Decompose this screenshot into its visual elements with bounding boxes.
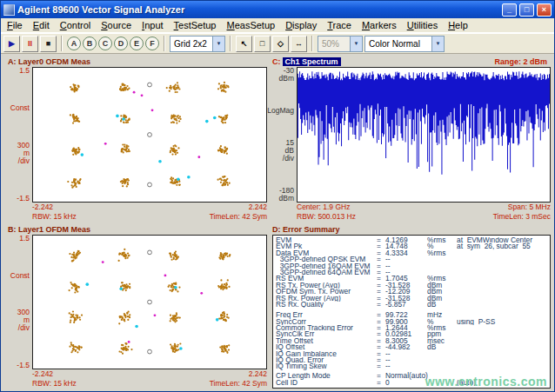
error-summary-body[interactable]: EVM=4.1269%rmsat EVMWindow CenterEVM Pk=… xyxy=(272,235,551,389)
panel-c-y-axis-labels: -30 dBm LogMag 15 dB /div -180 dBm xyxy=(271,67,297,203)
menu-bar: FileEditControlSourceInputTestSetupMeasS… xyxy=(1,18,554,33)
x-min-label: -2.242 xyxy=(32,369,53,379)
panel-d-title[interactable]: D: Error Summary xyxy=(271,224,551,235)
measurement-area: A: Layer0 OFDM Meas 1.5 Const 300 m /div… xyxy=(1,54,554,391)
grid-layout-value: Grid 2x2 xyxy=(174,39,207,49)
y-axis-name: Const xyxy=(10,272,30,280)
error-summary-row: Freq Err=99.722mHz xyxy=(276,312,547,318)
trace-c-button[interactable]: C xyxy=(98,37,112,50)
panel-b-title[interactable]: B: Layer1 OFDM Meas xyxy=(6,224,267,235)
menu-item-edit[interactable]: Edit xyxy=(28,19,55,31)
menu-item-markers[interactable]: Markers xyxy=(357,19,402,31)
panel-c-footer: Center: 1.9 GHz Span: 5 MHz RBW: 500.013… xyxy=(297,203,551,222)
menu-item-control[interactable]: Control xyxy=(55,19,96,31)
title-bar[interactable]: Agilent 89600 Vector Signal Analyzer _ □… xyxy=(1,1,554,18)
error-summary-row: RS Rx. Quality=-5.857dB xyxy=(276,302,547,308)
maximize-button[interactable]: □ xyxy=(519,3,534,17)
toolbar-separator xyxy=(61,36,63,51)
menu-item-source[interactable]: Source xyxy=(96,19,137,31)
error-summary-row: Common Tracking Error=1.2644%rms xyxy=(276,325,547,331)
menu-item-testsetup[interactable]: TestSetup xyxy=(169,19,222,31)
spectrum-plot-area[interactable] xyxy=(297,67,551,203)
panel-a: A: Layer0 OFDM Meas 1.5 Const 300 m /div… xyxy=(6,56,267,222)
panel-b: B: Layer1 OFDM Meas 1.5 Const 300 m /div… xyxy=(6,224,267,389)
error-summary-row: IQ Offset=-44.982dB xyxy=(276,344,547,350)
panel-c-title[interactable]: C: Ch1 Spectrum Range: 2 dBm xyxy=(271,56,551,67)
x-max-label: 2.242 xyxy=(249,369,267,379)
error-summary-row: IQ Gain Imbalance=-- xyxy=(276,351,547,357)
timelen-label: TimeLen: 42 Sym xyxy=(210,379,267,389)
trace-b-button[interactable]: B xyxy=(83,37,97,50)
rbw-label: RBW: 500.013 Hz xyxy=(297,212,356,222)
chevron-down-icon: ▼ xyxy=(431,37,444,51)
panel-c-letter: C: xyxy=(272,57,281,66)
chevron-down-icon: ▼ xyxy=(212,37,224,51)
y-scale-label: 300 m /div xyxy=(17,309,30,332)
pointer-tool-button[interactable]: ↖ xyxy=(236,36,252,52)
menu-item-display[interactable]: Display xyxy=(280,19,322,31)
trace-f-button[interactable]: F xyxy=(145,37,159,50)
y-min-label: -1.5 xyxy=(17,362,30,369)
restart-button[interactable]: ▶ xyxy=(3,36,20,52)
y-max-label: -30 dBm xyxy=(279,67,294,83)
grid-layout-select[interactable]: Grid 2x2 ▼ xyxy=(170,36,225,52)
app-window: Agilent 89600 Vector Signal Analyzer _ □… xyxy=(0,0,555,392)
y-min-label: -180 dBm xyxy=(279,187,294,203)
error-summary-row: SyncClk Err=0.02981ppm xyxy=(276,331,547,337)
error-summary-row: IQ Quad. Error=-- xyxy=(276,357,547,363)
error-summary-row: 3GPP-defined QPSK EVM=-- xyxy=(276,256,547,262)
constellation-plot-a xyxy=(33,68,266,202)
error-summary-row: RS EVM=1.7045%rms xyxy=(276,276,547,282)
error-summary-row: EVM=4.1269%rmsat EVMWindow Center xyxy=(276,237,547,243)
menu-item-trace[interactable]: Trace xyxy=(322,19,357,31)
menu-item-file[interactable]: File xyxy=(2,19,28,31)
error-summary-row: Time Offset=8.3005msec xyxy=(276,338,547,344)
pause-button[interactable]: II xyxy=(22,36,38,52)
error-summary-row: 3GPP-defined 16QAM EVM=-- xyxy=(276,263,547,269)
y-scale-label: 15 dB /div xyxy=(283,139,294,163)
app-icon xyxy=(3,4,15,16)
zoom-select[interactable]: 50% ▼ xyxy=(318,36,363,52)
error-summary-row: RS Rx. Power (Avg)=-31.528dBm xyxy=(276,296,547,302)
menu-item-help[interactable]: Help xyxy=(443,19,473,31)
rbw-label: RBW: 15 kHz xyxy=(32,379,77,389)
menu-item-utilities[interactable]: Utilities xyxy=(402,19,443,31)
chevron-down-icon: ▼ xyxy=(350,37,362,51)
marker-tool-button[interactable]: ◇ xyxy=(272,36,289,52)
y-min-label: -1.5 xyxy=(17,195,30,203)
timelen-label: TimeLen: 42 Sym xyxy=(210,212,267,222)
span-label: Span: 5 MHz xyxy=(508,203,551,212)
panel-c: C: Ch1 Spectrum Range: 2 dBm -30 dBm Log… xyxy=(271,56,551,222)
menu-item-input[interactable]: Input xyxy=(137,19,168,31)
x-min-label: -2.242 xyxy=(32,203,53,212)
trace-a-button[interactable]: A xyxy=(67,37,81,50)
menu-item-meassetup[interactable]: MeasSetup xyxy=(221,19,280,31)
constellation-plot-b xyxy=(33,236,266,369)
close-button[interactable]: × xyxy=(537,3,552,17)
band-marker-tool-button[interactable]: ↔ xyxy=(291,36,307,52)
minimize-button[interactable]: _ xyxy=(502,3,517,17)
color-mode-select[interactable]: Color Normal ▼ xyxy=(364,36,445,52)
y-max-label: 1.5 xyxy=(19,235,30,243)
zoom-box-tool-button[interactable]: □ xyxy=(254,36,271,52)
spectrum-plot xyxy=(298,68,550,202)
stop-button[interactable]: ■ xyxy=(40,36,57,52)
error-summary-row: 3GPP-defined 64QAM EVM=-- xyxy=(276,269,547,276)
constellation-plot-area-a[interactable] xyxy=(32,67,267,203)
panel-b-footer: -2.242 2.242 RBW: 15 kHz TimeLen: 42 Sym xyxy=(32,369,267,389)
constellation-plot-area-b[interactable] xyxy=(32,235,267,369)
trace-d-button[interactable]: D xyxy=(114,37,128,50)
panel-a-y-axis-labels: 1.5 Const 300 m /div -1.5 xyxy=(6,67,32,203)
trace-e-button[interactable]: E xyxy=(130,37,144,50)
panel-b-y-axis-labels: 1.5 Const 300 m /div -1.5 xyxy=(6,235,32,369)
panel-a-title[interactable]: A: Layer0 OFDM Meas xyxy=(6,56,267,67)
y-axis-name: Const xyxy=(10,104,30,112)
playback-buttons: ▶II■ xyxy=(3,36,57,52)
error-summary-row: IQ Timing Skew=-- xyxy=(276,363,547,369)
color-mode-value: Color Normal xyxy=(369,39,420,49)
timelen-label: TimeLen: 3 mSec xyxy=(493,212,551,222)
panel-a-footer: -2.242 2.242 RBW: 15 kHz TimeLen: 42 Sym xyxy=(32,203,267,222)
error-summary-row: EVM Pk=14.748%at sym 26, subcar 55 xyxy=(276,243,547,249)
error-summary-row: RS Tx. Power (Avg)=-31.528dBm xyxy=(276,282,547,289)
range-label: Range: 2 dBm xyxy=(494,57,551,66)
